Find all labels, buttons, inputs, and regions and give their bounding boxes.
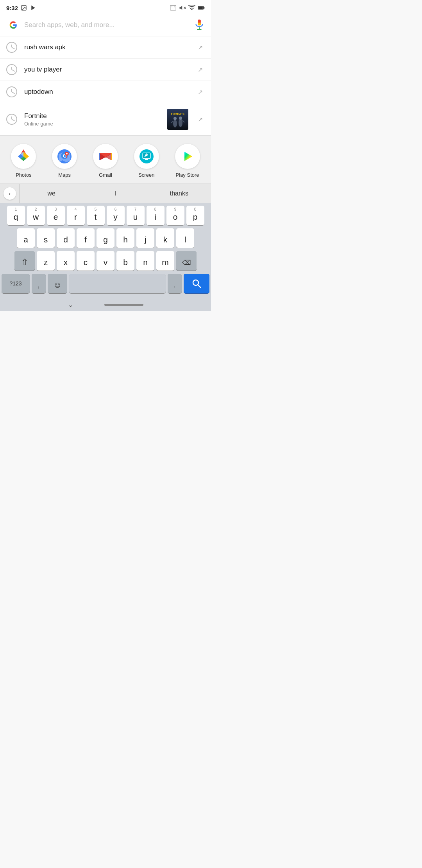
suggestion-text: Fortnite Online game	[24, 112, 160, 127]
status-right	[170, 4, 205, 11]
svg-rect-3	[170, 5, 176, 10]
photos-label: Photos	[16, 172, 31, 178]
search-placeholder: Search apps, web, and more...	[24, 21, 115, 29]
photo-icon	[20, 4, 27, 11]
screen-label: Screen	[138, 172, 154, 178]
suggestion-item-fortnite[interactable]: Fortnite Online game FORTNITE	[0, 103, 211, 135]
photos-icon-circle	[11, 144, 36, 169]
svg-rect-11	[198, 7, 203, 9]
key-space[interactable]	[69, 274, 166, 293]
key-i[interactable]: 8i	[147, 206, 165, 225]
suggestion-title: Fortnite	[24, 112, 160, 120]
svg-rect-44	[145, 159, 148, 160]
key-n[interactable]: n	[136, 251, 154, 271]
svg-point-20	[173, 120, 177, 127]
key-c[interactable]: c	[77, 251, 95, 271]
key-s[interactable]: s	[37, 228, 55, 248]
app-icon-play-store[interactable]: Play Store	[170, 144, 205, 178]
key-z[interactable]: z	[37, 251, 55, 271]
app-icons-row: Photos G Maps	[0, 144, 211, 178]
key-d[interactable]: d	[57, 228, 75, 248]
clock-icon	[6, 42, 17, 53]
key-u[interactable]: 7u	[127, 206, 145, 225]
key-g[interactable]: g	[97, 228, 114, 248]
clock-icon	[6, 64, 17, 75]
key-v[interactable]: v	[97, 251, 114, 271]
key-y[interactable]: 6y	[107, 206, 125, 225]
svg-rect-15	[198, 22, 201, 25]
google-logo	[6, 18, 20, 32]
suggestion-words: we I thanks	[20, 190, 211, 197]
arrow-icon: ↗	[195, 43, 205, 52]
clock-icon	[6, 114, 17, 125]
arrow-icon: ↗	[195, 65, 205, 74]
app-icon-photos[interactable]: Photos	[6, 144, 41, 178]
play-store-icon-circle	[175, 144, 200, 169]
key-search[interactable]	[184, 274, 209, 293]
keyboard-hide-button[interactable]: ⌄	[68, 301, 73, 308]
suggestion-title: you tv player	[24, 66, 188, 74]
svg-point-21	[173, 117, 177, 120]
key-shift[interactable]: ⇧	[14, 251, 35, 271]
app-icon-gmail[interactable]: Gmail	[88, 144, 123, 178]
key-o[interactable]: 9o	[166, 206, 184, 225]
keyboard-row-1: 1q 2w 3e 4r 5t 6y 7u 8i 9o 0p	[2, 206, 209, 225]
key-b[interactable]: b	[116, 251, 134, 271]
app-icon-maps[interactable]: G Maps	[47, 144, 82, 178]
key-e[interactable]: 3e	[47, 206, 65, 225]
key-f[interactable]: f	[77, 228, 95, 248]
svg-text:FORTNITE: FORTNITE	[171, 113, 185, 115]
status-bar: 9:32	[0, 0, 211, 14]
keyboard-row-2: a s d f g h j k l	[2, 228, 209, 248]
svg-point-23	[179, 117, 182, 120]
key-r[interactable]: 4r	[67, 206, 85, 225]
key-x[interactable]: x	[57, 251, 75, 271]
keyboard-suggestions: › we I thanks	[0, 184, 211, 203]
suggestion-text: you tv player	[24, 66, 188, 74]
suggestion-word-we[interactable]: we	[20, 190, 83, 197]
suggestion-item[interactable]: rush wars apk ↗	[0, 36, 211, 59]
key-symbol[interactable]: ?123	[2, 274, 30, 293]
key-a[interactable]: a	[17, 228, 35, 248]
key-comma[interactable]: ,	[32, 274, 46, 293]
suggestion-item[interactable]: uptodown ↗	[0, 81, 211, 103]
suggestion-text: uptodown	[24, 88, 188, 96]
expand-icon[interactable]: ›	[4, 187, 16, 200]
key-m[interactable]: m	[156, 251, 174, 271]
svg-point-8	[191, 9, 193, 10]
keyboard-expand-button[interactable]: ›	[0, 184, 20, 203]
suggestion-word-i[interactable]: I	[83, 190, 147, 197]
mic-icon[interactable]	[194, 18, 205, 32]
screen-icon-circle	[134, 144, 159, 169]
key-p[interactable]: 0p	[186, 206, 204, 225]
suggestion-word-thanks[interactable]: thanks	[147, 190, 211, 197]
key-w[interactable]: 2w	[27, 206, 45, 225]
gmail-label: Gmail	[99, 172, 112, 178]
battery-icon	[198, 4, 205, 11]
key-t[interactable]: 5t	[87, 206, 105, 225]
keyboard-row-3: ⇧ z x c v b n m ⌫	[2, 251, 209, 271]
status-time: 9:32	[6, 5, 18, 11]
svg-marker-2	[31, 5, 35, 10]
app-icons-section: Photos G Maps	[0, 136, 211, 184]
key-q[interactable]: 1q	[7, 206, 25, 225]
svg-marker-45	[184, 152, 192, 161]
key-delete[interactable]: ⌫	[176, 251, 197, 271]
search-bar[interactable]: Search apps, web, and more...	[0, 14, 211, 36]
search-input-wrap[interactable]: Search apps, web, and more...	[24, 21, 190, 29]
suggestion-title: rush wars apk	[24, 43, 188, 51]
key-l[interactable]: l	[176, 228, 194, 248]
keyboard: 1q 2w 3e 4r 5t 6y 7u 8i 9o 0p a s d f g …	[0, 203, 211, 298]
key-h[interactable]: h	[116, 228, 134, 248]
key-j[interactable]: j	[136, 228, 154, 248]
key-emoji[interactable]: ☺	[48, 274, 67, 293]
key-k[interactable]: k	[156, 228, 174, 248]
play-store-label: Play Store	[176, 172, 199, 178]
svg-point-22	[179, 118, 182, 127]
key-period[interactable]: .	[168, 274, 182, 293]
bottom-bar: ⌄	[0, 298, 211, 311]
clock-icon	[6, 86, 17, 97]
suggestions-list: rush wars apk ↗ you tv player ↗ uptodown…	[0, 36, 211, 135]
app-icon-screen[interactable]: Screen	[129, 144, 164, 178]
suggestion-item[interactable]: you tv player ↗	[0, 59, 211, 81]
